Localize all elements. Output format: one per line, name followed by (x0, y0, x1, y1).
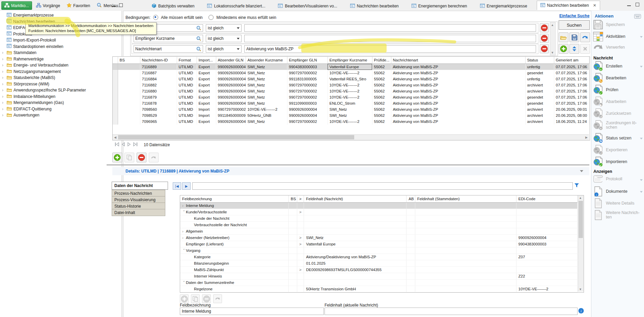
left-tab-favoriten[interactable]: Favoriten (64, 2, 93, 9)
column-header-bs[interactable]: BS (118, 57, 140, 64)
column-header-nachrichten-id[interactable]: Nachrichten-ID (140, 57, 177, 64)
chevron-down-icon[interactable] (640, 179, 643, 181)
row-indicator[interactable] (113, 76, 118, 82)
tree-item-stammdaten[interactable]: ›Stammdaten (2, 50, 36, 56)
table-row[interactable]: 7116878UTILMDExport9900926000004SWI_Netz… (113, 100, 589, 106)
row-indicator[interactable] (113, 82, 118, 88)
grid-column-ab[interactable]: AB (407, 195, 415, 203)
grid-row-interner-hinweis[interactable]: Interner HinweisZ22 (180, 273, 578, 280)
row-indicator[interactable] (113, 64, 118, 70)
scroll-up-icon[interactable]: ▲ (578, 195, 583, 200)
remove-filter-button[interactable] (540, 44, 549, 53)
expander-icon[interactable]: › (2, 88, 5, 93)
expander-icon[interactable]: › (2, 50, 5, 55)
tree-item-netzzugangsmanagement[interactable]: ›Netzzugangsmanagement (2, 69, 61, 75)
nav-first-button[interactable]: |◀ (173, 182, 181, 190)
copy-record-button[interactable] (124, 153, 134, 162)
remove-filter-button[interactable] (540, 34, 549, 43)
tree-item-anwendungsspezifische-slp-parameter[interactable]: ›Anwendungsspezifische SLP-Parameter (2, 87, 86, 93)
column-header-absender-kurzname[interactable]: Absender Kurzname (246, 57, 287, 64)
table-row[interactable]: 7098560UTILMDImport990729700000210YDE-VE… (113, 106, 589, 112)
copy-field-button[interactable] (191, 294, 200, 303)
grid-row-kunde-verbrauchsstelle[interactable]: ›Kunde/Verbrauchsstelle> (180, 209, 578, 215)
column-header-nachrichtenart[interactable]: Nachrichtenart (391, 57, 525, 64)
filter-operator-select[interactable]: ist gleich (206, 35, 242, 42)
expander-icon[interactable]: › (2, 75, 5, 80)
scroll-right-icon[interactable]: ▶ (584, 135, 589, 140)
expander-icon[interactable]: › (2, 100, 5, 105)
grid-row-bilanzierungsbeginn[interactable]: Bilanzierungsbeginn01.01.2025 (180, 260, 578, 267)
grid-row-vorgang[interactable]: ›Vorgang (180, 247, 578, 254)
filter-operator-select[interactable]: ist gleich (206, 24, 242, 32)
grid-row-allgemein[interactable]: ›Allgemein (180, 228, 578, 235)
scroll-down-icon[interactable]: ▼ (550, 50, 555, 55)
grid-row-interne-meldung[interactable]: ›Interne Meldung (180, 203, 578, 209)
table-row[interactable]: 7096965UTILMDExport9900926000004SWI_Netz… (113, 118, 589, 125)
maximize-icon[interactable] (636, 3, 639, 6)
remove-field-button[interactable] (202, 294, 211, 303)
grid-column-feldbezeichnung[interactable]: Feldbezeichnung (180, 195, 288, 203)
row-indicator[interactable] (113, 112, 118, 118)
table-row[interactable]: 7098529UTILMDImport991184500000950Hertz_… (113, 112, 589, 118)
keyboard-icon[interactable] (634, 14, 641, 19)
tab-energiemarktprozesse[interactable]: Energiemarktprozesse (477, 2, 531, 10)
expander-icon[interactable]: › (2, 107, 5, 111)
tab-energiemengen-berechnen[interactable]: Energiemengen berechnen (408, 2, 471, 10)
scrollbar-thumb[interactable] (579, 201, 583, 238)
filter-field-input[interactable]: Empfänger Kurzname (134, 35, 203, 42)
reset-search-button[interactable] (580, 32, 590, 42)
table-row[interactable]: 7116889UTILMDExport9900926000004SWI_Netz… (113, 64, 589, 70)
filter-value-input[interactable]: Aktivierung von MaBiS-ZP (244, 45, 536, 53)
grid-row-verbrauchsstelle-der-nachricht[interactable]: Verbrauchsstelle der Nachricht (180, 222, 578, 228)
action-bearbeiten[interactable]: ✎Bearbeiten (593, 73, 643, 83)
tree-item-störprozesse-wim[interactable]: ›Störprozesse (WiM) (2, 81, 49, 87)
row-indicator[interactable] (113, 70, 118, 76)
tree-item-energiemarktprozesse[interactable]: Energiemarktprozesse (7, 12, 54, 18)
first-page-icon[interactable] (115, 142, 119, 148)
search-icon[interactable] (196, 36, 201, 41)
collapse-icon[interactable]: › (182, 236, 186, 240)
scroll-down-icon[interactable]: ▼ (578, 287, 583, 292)
action-status-setzen[interactable]: ⚑Status setzen (593, 133, 643, 143)
row-indicator[interactable] (113, 106, 118, 112)
expander-icon[interactable]: › (2, 82, 5, 86)
grid-column-feldinhalt-stammdaten[interactable]: Feldinhalt (Stammdaten) (415, 195, 516, 203)
tab-bearbeiten-visualisieren-vo[interactable]: Bearbeiten/Visualisieren vo... (275, 2, 340, 10)
column-header-generiert-am[interactable]: Generiert am (554, 57, 589, 64)
grid-row-daten-der-summenzeitreihe[interactable]: ›Daten der Summenzeitreihe (180, 280, 578, 286)
delete-filter-button[interactable] (580, 44, 590, 54)
grid-row-empfänger-lieferant[interactable]: Empfänger (Lieferant)>Vattenfall Europe9… (180, 241, 578, 247)
row-indicator[interactable] (113, 118, 118, 125)
action-importieren[interactable]: ↙Importieren (593, 157, 643, 167)
panel-minimize-icon[interactable] (112, 4, 116, 7)
grid-row-kunde-der-nachricht[interactable]: Kunde der Nachricht (180, 215, 578, 222)
radio-any-condition[interactable] (208, 15, 214, 20)
grid-column-edi-code[interactable]: EDI-Code (516, 195, 577, 203)
scroll-up-icon[interactable]: ▲ (550, 23, 555, 27)
collapse-icon[interactable]: › (182, 204, 186, 208)
tree-item-statusberichte-mabis[interactable]: ›Statusberichte (MaBiS) (2, 75, 55, 81)
tree-item-imbalance-mitteilungen[interactable]: ›Imbalance-Mitteilungen (2, 94, 55, 100)
table-row[interactable]: 7116879UTILMDExport9900926000004SWI_Netz… (113, 94, 589, 100)
column-header-empfänger-kurzname[interactable]: Empfänger Kurzname (328, 57, 372, 64)
scrollbar-thumb[interactable] (118, 135, 354, 139)
search-icon[interactable] (196, 47, 201, 52)
tab-lokationsscharfe-bilanziert[interactable]: Lokationsscharfe bilanziert... (204, 2, 269, 10)
table-row[interactable]: 7116884UTILMDExport9900926000004SWI_Netz… (113, 76, 589, 82)
details-tab-status-historie[interactable]: Status-Historie (112, 203, 165, 210)
add-filter-button[interactable] (559, 44, 568, 54)
tab-nachrichten-bearbeiten[interactable]: Nachrichten bearbeiten (347, 2, 402, 10)
remove-filter-button[interactable] (540, 23, 549, 32)
add-field-button[interactable] (180, 294, 189, 303)
open-search-button[interactable] (559, 32, 568, 42)
left-tab-marktko[interactable]: Marktko... (1, 1, 32, 10)
simple-search-link[interactable]: Einfache Suche (559, 14, 589, 18)
expander-icon[interactable]: › (2, 57, 5, 61)
details-filter-field[interactable] (192, 182, 573, 190)
action-aktivitäten[interactable]: Aktivitäten (593, 31, 643, 42)
undo-field-button[interactable] (213, 294, 222, 303)
filter-field-input[interactable]: Nachrichtenart (134, 45, 203, 53)
expand-icon[interactable]: › (182, 281, 186, 285)
details-tab-prozess-visualisierung[interactable]: Prozess-Visualisierung (112, 196, 165, 203)
expand-icon[interactable]: › (182, 210, 186, 214)
